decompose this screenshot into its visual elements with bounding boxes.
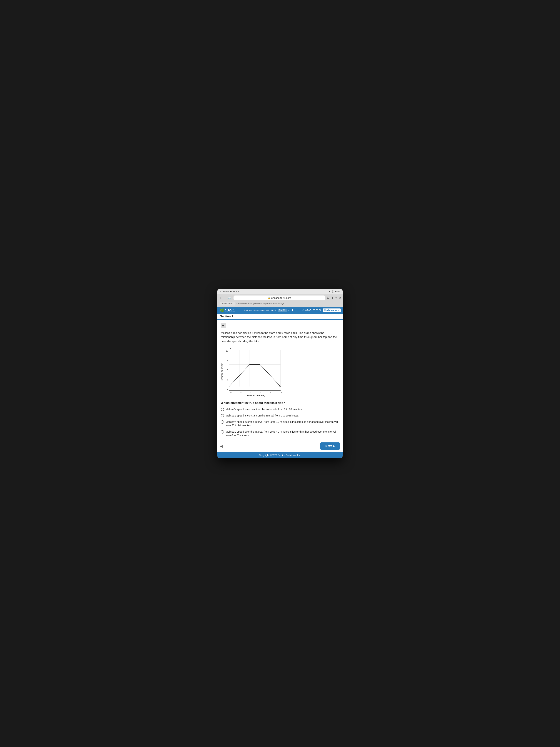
pause-icon: ⏸ [291,309,293,312]
battery-label: 60% [335,290,340,293]
option-d[interactable]: Melissa's speed over the interval from 2… [221,430,339,437]
device-frame: 6:26 PM Fri Dec 4 ▲ ⦿ 60% ‹ › 📖 🔒 encase… [217,289,343,458]
forward-nav-button[interactable]: › [223,296,225,300]
status-time: 6:26 PM Fri Dec 4 [220,290,239,293]
header-breadcrumb: Proficiency Assessment #11 - PE2E 6 of 1… [243,309,293,312]
app-logo: 🌿 CASE [219,308,235,313]
question-prompt: Which statement is true about Melissa's … [221,401,339,405]
radio-b[interactable] [221,414,224,417]
tab-label: Assessment [220,302,235,306]
graph-container: Distance (in miles) y 2 4 6 8 10 [221,347,339,397]
address-text: encase.te21.com [271,297,291,300]
app-header: 🌿 CASE Proficiency Assessment #11 - PE2E… [217,307,343,314]
radio-d[interactable] [221,430,224,434]
back-nav-button[interactable]: ‹ [219,296,221,300]
browser-chrome: ‹ › 📖 🔒 encase.te21.com ↻ ⬆ + ⧉ Assessme… [217,294,343,307]
graph-wrap: y 2 4 6 8 10 [224,347,282,397]
page-indicator: 6 of 12 [277,309,287,312]
add-tab-button[interactable]: + [335,296,337,300]
next-button[interactable]: Next ▶ [320,442,340,449]
grid-icon: ⊞ [221,323,226,328]
y-axis-label: Distance (in miles) [221,363,223,381]
timer-text: 05:07 / 03:00:00 [305,309,321,312]
option-a[interactable]: Melissa's speed is constant for the enti… [221,408,339,411]
logo-icon: 🌿 [219,308,224,313]
copyright-text: Copyright ©2020 Certica Solutions, Inc. [259,454,301,457]
tab-url: www.itawambacountyschools.com/pdfs/Remed… [237,303,339,305]
option-b[interactable]: Melissa's speed is constant on the inter… [221,414,339,418]
section-label: Section 1 [220,315,233,318]
logo-text: CASE [224,308,235,312]
hamburger-icon: ≡ [338,309,339,312]
option-c-text: Melissa's speed over the interval from 2… [225,420,339,428]
copy-tab-button[interactable]: ⧉ [339,296,341,300]
list-icon: ≡ [288,309,290,312]
y-axis-letter: y [230,347,231,350]
signal-icon: ⦿ [332,290,334,293]
wifi-icon: ▲ [328,290,330,293]
tabs-bar: Assessment www.itawambacountyschools.com… [219,302,341,306]
address-bar[interactable]: 🔒 encase.te21.com [234,295,325,300]
question-text: Melissa rides her bicycle 6 miles to the… [221,331,339,343]
radio-a[interactable] [221,408,224,411]
bookmark-button[interactable]: 📖 [227,296,232,300]
x-axis-label: Time (in minutes) [247,394,265,397]
footer-nav: ◀ Next ▶ [217,440,343,452]
copyright-footer: Copyright ©2020 Certica Solutions, Inc. [217,452,343,458]
answer-options: Melissa's speed is constant for the enti… [221,408,339,437]
y-ticks: 2 4 6 8 10 [226,350,229,390]
option-a-text: Melissa's speed is constant for the enti… [225,408,302,411]
timer-icon: ⏱ [302,309,304,312]
section-bar: Section 1 [217,314,343,320]
option-b-text: Melissa's speed is constant on the inter… [225,414,299,418]
content-area: ⊞ Melissa rides her bicycle 6 miles to t… [217,320,343,440]
user-name: Linda Moore [324,309,337,312]
option-c[interactable]: Melissa's speed over the interval from 2… [221,420,339,428]
radio-c[interactable] [221,420,224,424]
browser-toolbar: ‹ › 📖 🔒 encase.te21.com ↻ ⬆ + ⧉ [219,295,341,300]
status-bar: 6:26 PM Fri Dec 4 ▲ ⦿ 60% [217,289,343,294]
header-right: ⏱ 05:07 / 03:00:00 Linda Moore ≡ [302,308,341,312]
share-button[interactable]: ⬆ [331,296,334,300]
refresh-button[interactable]: ↻ [327,296,329,300]
status-icons: ▲ ⦿ 60% [328,290,340,293]
user-menu-button[interactable]: Linda Moore ≡ [323,308,341,312]
lock-icon: 🔒 [268,297,271,299]
breadcrumb-text: Proficiency Assessment #11 - PE2E [243,309,276,311]
x-ticks: 20 40 60 80 100 x [230,390,282,393]
option-d-text: Melissa's speed over the interval from 2… [225,430,339,437]
x-axis-area: 20 40 60 80 100 x Time (in minutes) [230,390,282,397]
graph-inner: 2 4 6 8 10 [226,350,281,390]
back-button[interactable]: ◀ [220,444,222,448]
graph-svg [229,350,281,390]
